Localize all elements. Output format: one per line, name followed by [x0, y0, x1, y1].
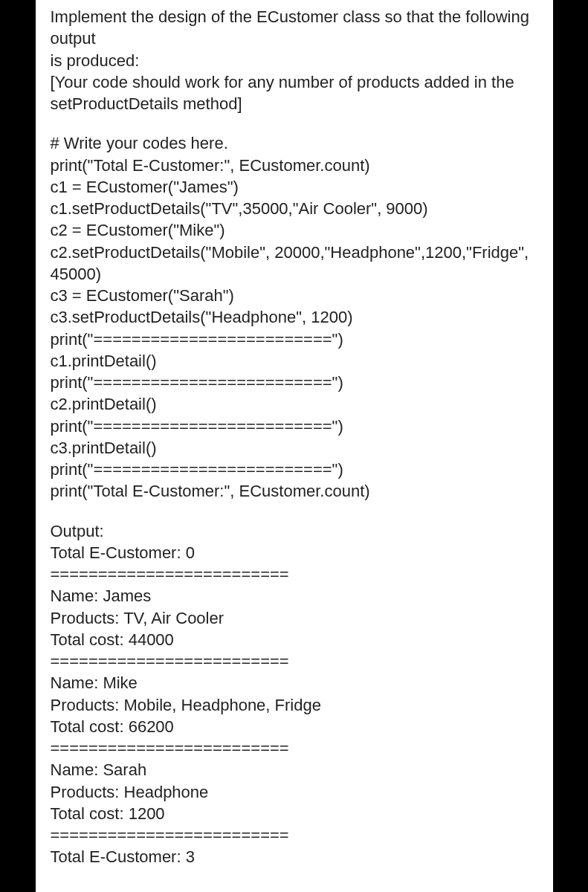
- output-line: =========================: [51, 650, 538, 672]
- intro-line: [Your code should work for any number of…: [51, 71, 538, 93]
- code-line: print("Total E-Customer:", ECustomer.cou…: [51, 480, 538, 502]
- code-line: c1 = ECustomer("James"): [51, 176, 538, 198]
- output-line: =========================: [51, 563, 538, 585]
- output-line: Products: TV, Air Cooler: [51, 607, 538, 629]
- code-line: c3 = ECustomer("Sarah"): [51, 285, 538, 306]
- code-line: c3.setProductDetails("Headphone", 1200): [51, 306, 538, 328]
- output-line: Output:: [51, 520, 538, 542]
- code-line: print("========================="): [51, 459, 538, 480]
- code-line: print("========================="): [51, 329, 538, 350]
- output-line: Products: Headphone: [51, 781, 538, 803]
- blank-line: [51, 114, 538, 132]
- document-page: Implement the design of the ECustomer cl…: [36, 0, 553, 892]
- code-line: c1.printDetail(): [51, 350, 538, 372]
- code-line: print("Total E-Customer:", ECustomer.cou…: [51, 155, 538, 176]
- output-line: Name: Mike: [51, 672, 538, 694]
- code-line: print("========================="): [51, 416, 538, 437]
- code-line: c3.printDetail(): [51, 437, 538, 459]
- output-line: Total cost: 1200: [51, 803, 538, 824]
- code-line: c1.setProductDetails("TV",35000,"Air Coo…: [51, 198, 538, 219]
- blank-line: [51, 502, 538, 520]
- output-line: Name: Sarah: [51, 759, 538, 780]
- intro-line: setProductDetails method]: [51, 93, 538, 114]
- output-line: Total cost: 66200: [51, 716, 538, 737]
- code-line: c2.setProductDetails("Mobile", 20000,"He…: [51, 242, 538, 285]
- output-line: Total E-Customer: 0: [51, 542, 538, 563]
- code-line: c2 = ECustomer("Mike"): [51, 219, 538, 241]
- output-line: Name: James: [51, 585, 538, 607]
- output-line: =========================: [51, 737, 538, 759]
- output-line: Total cost: 44000: [51, 629, 538, 650]
- output-line: Products: Mobile, Headphone, Fridge: [51, 694, 538, 716]
- intro-line: Implement the design of the ECustomer cl…: [51, 6, 538, 50]
- code-line: print("========================="): [51, 372, 538, 393]
- output-line: Total E-Customer: 3: [51, 846, 538, 867]
- code-line: # Write your codes here.: [51, 132, 538, 154]
- output-line: =========================: [51, 824, 538, 846]
- code-line: c2.printDetail(): [51, 393, 538, 415]
- intro-line: is produced:: [51, 50, 538, 71]
